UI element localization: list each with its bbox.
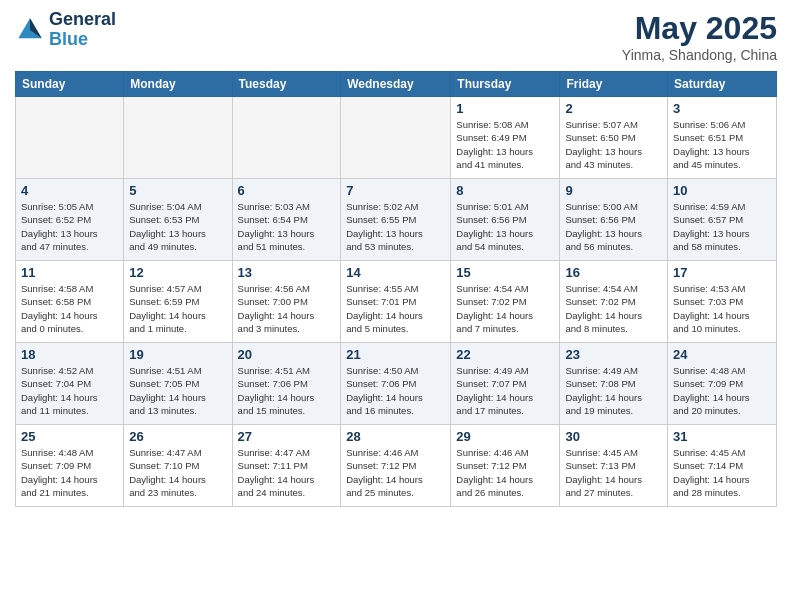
- day-info: Sunrise: 4:47 AM Sunset: 7:10 PM Dayligh…: [129, 446, 226, 499]
- day-number: 24: [673, 347, 771, 362]
- day-info: Sunrise: 4:46 AM Sunset: 7:12 PM Dayligh…: [346, 446, 445, 499]
- calendar-cell: 18Sunrise: 4:52 AM Sunset: 7:04 PM Dayli…: [16, 343, 124, 425]
- calendar-cell: 24Sunrise: 4:48 AM Sunset: 7:09 PM Dayli…: [668, 343, 777, 425]
- weekday-header: Saturday: [668, 72, 777, 97]
- calendar-cell: [232, 97, 341, 179]
- day-info: Sunrise: 4:45 AM Sunset: 7:14 PM Dayligh…: [673, 446, 771, 499]
- day-number: 17: [673, 265, 771, 280]
- calendar-week-row: 18Sunrise: 4:52 AM Sunset: 7:04 PM Dayli…: [16, 343, 777, 425]
- day-info: Sunrise: 4:47 AM Sunset: 7:11 PM Dayligh…: [238, 446, 336, 499]
- calendar-cell: 20Sunrise: 4:51 AM Sunset: 7:06 PM Dayli…: [232, 343, 341, 425]
- title-area: May 2025 Yinma, Shandong, China: [622, 10, 777, 63]
- day-number: 26: [129, 429, 226, 444]
- calendar-cell: 30Sunrise: 4:45 AM Sunset: 7:13 PM Dayli…: [560, 425, 668, 507]
- day-info: Sunrise: 4:56 AM Sunset: 7:00 PM Dayligh…: [238, 282, 336, 335]
- weekday-header: Thursday: [451, 72, 560, 97]
- day-info: Sunrise: 4:48 AM Sunset: 7:09 PM Dayligh…: [21, 446, 118, 499]
- day-info: Sunrise: 5:01 AM Sunset: 6:56 PM Dayligh…: [456, 200, 554, 253]
- day-info: Sunrise: 4:51 AM Sunset: 7:05 PM Dayligh…: [129, 364, 226, 417]
- weekday-header: Monday: [124, 72, 232, 97]
- day-number: 16: [565, 265, 662, 280]
- calendar-cell: 9Sunrise: 5:00 AM Sunset: 6:56 PM Daylig…: [560, 179, 668, 261]
- day-number: 1: [456, 101, 554, 116]
- weekday-header: Tuesday: [232, 72, 341, 97]
- day-info: Sunrise: 4:50 AM Sunset: 7:06 PM Dayligh…: [346, 364, 445, 417]
- day-number: 21: [346, 347, 445, 362]
- calendar-cell: 12Sunrise: 4:57 AM Sunset: 6:59 PM Dayli…: [124, 261, 232, 343]
- calendar-cell: 17Sunrise: 4:53 AM Sunset: 7:03 PM Dayli…: [668, 261, 777, 343]
- calendar-header-row: SundayMondayTuesdayWednesdayThursdayFrid…: [16, 72, 777, 97]
- day-info: Sunrise: 4:55 AM Sunset: 7:01 PM Dayligh…: [346, 282, 445, 335]
- day-number: 7: [346, 183, 445, 198]
- day-number: 31: [673, 429, 771, 444]
- calendar-cell: 22Sunrise: 4:49 AM Sunset: 7:07 PM Dayli…: [451, 343, 560, 425]
- day-number: 5: [129, 183, 226, 198]
- location-subtitle: Yinma, Shandong, China: [622, 47, 777, 63]
- day-number: 25: [21, 429, 118, 444]
- calendar-cell: 8Sunrise: 5:01 AM Sunset: 6:56 PM Daylig…: [451, 179, 560, 261]
- day-info: Sunrise: 4:59 AM Sunset: 6:57 PM Dayligh…: [673, 200, 771, 253]
- calendar-cell: 31Sunrise: 4:45 AM Sunset: 7:14 PM Dayli…: [668, 425, 777, 507]
- day-number: 14: [346, 265, 445, 280]
- day-number: 11: [21, 265, 118, 280]
- day-info: Sunrise: 5:06 AM Sunset: 6:51 PM Dayligh…: [673, 118, 771, 171]
- calendar-week-row: 1Sunrise: 5:08 AM Sunset: 6:49 PM Daylig…: [16, 97, 777, 179]
- day-number: 30: [565, 429, 662, 444]
- day-number: 20: [238, 347, 336, 362]
- logo-line2: Blue: [49, 30, 116, 50]
- day-info: Sunrise: 4:51 AM Sunset: 7:06 PM Dayligh…: [238, 364, 336, 417]
- day-number: 15: [456, 265, 554, 280]
- day-info: Sunrise: 4:53 AM Sunset: 7:03 PM Dayligh…: [673, 282, 771, 335]
- day-number: 23: [565, 347, 662, 362]
- calendar-cell: 25Sunrise: 4:48 AM Sunset: 7:09 PM Dayli…: [16, 425, 124, 507]
- day-number: 18: [21, 347, 118, 362]
- calendar-cell: 15Sunrise: 4:54 AM Sunset: 7:02 PM Dayli…: [451, 261, 560, 343]
- day-number: 4: [21, 183, 118, 198]
- day-info: Sunrise: 4:57 AM Sunset: 6:59 PM Dayligh…: [129, 282, 226, 335]
- calendar-cell: 10Sunrise: 4:59 AM Sunset: 6:57 PM Dayli…: [668, 179, 777, 261]
- day-info: Sunrise: 5:04 AM Sunset: 6:53 PM Dayligh…: [129, 200, 226, 253]
- day-number: 6: [238, 183, 336, 198]
- day-info: Sunrise: 5:05 AM Sunset: 6:52 PM Dayligh…: [21, 200, 118, 253]
- calendar-week-row: 25Sunrise: 4:48 AM Sunset: 7:09 PM Dayli…: [16, 425, 777, 507]
- calendar-cell: 4Sunrise: 5:05 AM Sunset: 6:52 PM Daylig…: [16, 179, 124, 261]
- calendar-cell: 5Sunrise: 5:04 AM Sunset: 6:53 PM Daylig…: [124, 179, 232, 261]
- weekday-header: Sunday: [16, 72, 124, 97]
- day-info: Sunrise: 5:00 AM Sunset: 6:56 PM Dayligh…: [565, 200, 662, 253]
- calendar-cell: 14Sunrise: 4:55 AM Sunset: 7:01 PM Dayli…: [341, 261, 451, 343]
- day-info: Sunrise: 4:49 AM Sunset: 7:08 PM Dayligh…: [565, 364, 662, 417]
- calendar-cell: 28Sunrise: 4:46 AM Sunset: 7:12 PM Dayli…: [341, 425, 451, 507]
- calendar-cell: [341, 97, 451, 179]
- calendar-cell: 27Sunrise: 4:47 AM Sunset: 7:11 PM Dayli…: [232, 425, 341, 507]
- month-title: May 2025: [622, 10, 777, 47]
- day-number: 9: [565, 183, 662, 198]
- calendar-table: SundayMondayTuesdayWednesdayThursdayFrid…: [15, 71, 777, 507]
- day-number: 3: [673, 101, 771, 116]
- day-number: 19: [129, 347, 226, 362]
- calendar-cell: 6Sunrise: 5:03 AM Sunset: 6:54 PM Daylig…: [232, 179, 341, 261]
- day-info: Sunrise: 4:54 AM Sunset: 7:02 PM Dayligh…: [565, 282, 662, 335]
- calendar-cell: 23Sunrise: 4:49 AM Sunset: 7:08 PM Dayli…: [560, 343, 668, 425]
- day-info: Sunrise: 4:54 AM Sunset: 7:02 PM Dayligh…: [456, 282, 554, 335]
- weekday-header: Friday: [560, 72, 668, 97]
- day-info: Sunrise: 5:07 AM Sunset: 6:50 PM Dayligh…: [565, 118, 662, 171]
- calendar-week-row: 4Sunrise: 5:05 AM Sunset: 6:52 PM Daylig…: [16, 179, 777, 261]
- logo-text: General Blue: [49, 10, 116, 50]
- day-info: Sunrise: 4:52 AM Sunset: 7:04 PM Dayligh…: [21, 364, 118, 417]
- calendar-cell: 1Sunrise: 5:08 AM Sunset: 6:49 PM Daylig…: [451, 97, 560, 179]
- logo-icon: [15, 15, 45, 45]
- calendar-cell: 16Sunrise: 4:54 AM Sunset: 7:02 PM Dayli…: [560, 261, 668, 343]
- day-info: Sunrise: 4:58 AM Sunset: 6:58 PM Dayligh…: [21, 282, 118, 335]
- day-number: 22: [456, 347, 554, 362]
- day-info: Sunrise: 5:03 AM Sunset: 6:54 PM Dayligh…: [238, 200, 336, 253]
- day-number: 28: [346, 429, 445, 444]
- calendar-cell: 19Sunrise: 4:51 AM Sunset: 7:05 PM Dayli…: [124, 343, 232, 425]
- day-info: Sunrise: 5:08 AM Sunset: 6:49 PM Dayligh…: [456, 118, 554, 171]
- calendar-cell: 29Sunrise: 4:46 AM Sunset: 7:12 PM Dayli…: [451, 425, 560, 507]
- calendar-cell: 3Sunrise: 5:06 AM Sunset: 6:51 PM Daylig…: [668, 97, 777, 179]
- calendar-cell: [124, 97, 232, 179]
- weekday-header: Wednesday: [341, 72, 451, 97]
- day-number: 27: [238, 429, 336, 444]
- day-number: 2: [565, 101, 662, 116]
- calendar-cell: 21Sunrise: 4:50 AM Sunset: 7:06 PM Dayli…: [341, 343, 451, 425]
